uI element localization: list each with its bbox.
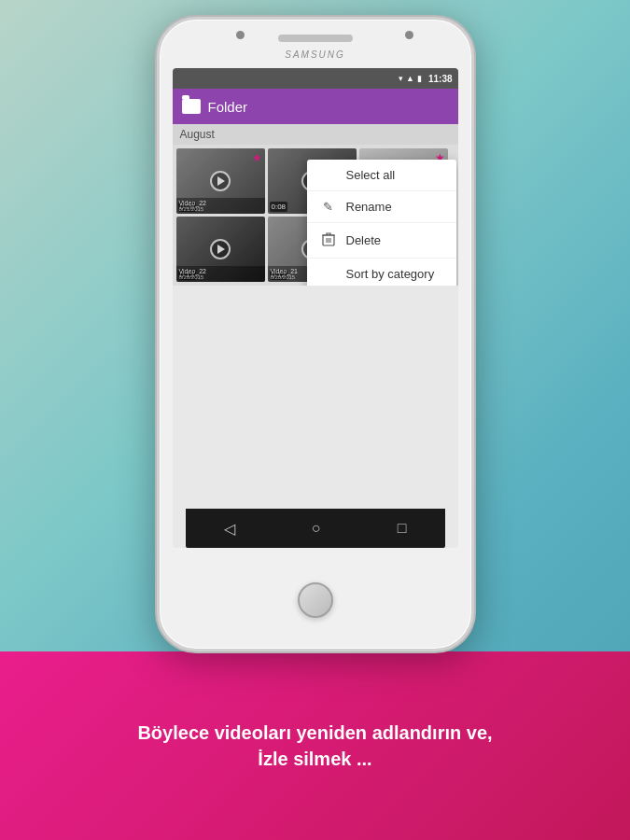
home-button-nav[interactable]: ○ — [312, 520, 321, 537]
menu-label-sort-category: Sort by category — [346, 267, 435, 281]
status-icons: ▾ ▲ ▮ — [399, 74, 422, 83]
phone-bottom — [160, 551, 471, 649]
signal-icon: ▲ — [406, 74, 414, 83]
status-bar: ▾ ▲ ▮ 11:38 — [173, 68, 458, 89]
folder-icon — [182, 99, 201, 114]
home-button-physical[interactable] — [298, 582, 333, 618]
menu-label-select-all: Select all — [346, 168, 396, 182]
menu-item-select-all[interactable]: Select all — [307, 160, 456, 191]
menu-item-delete[interactable]: Delete — [307, 223, 456, 259]
phone-shell: SAMSUNG ▾ ▲ ▮ 11:38 Folder August — [157, 17, 474, 651]
dropdown-overlay[interactable]: Select all ✎ Rename — [173, 124, 458, 286]
status-time: 11:38 — [428, 74, 453, 84]
trash-icon — [320, 231, 337, 249]
back-button[interactable]: ◁ — [224, 520, 235, 538]
battery-icon: ▮ — [417, 74, 422, 83]
content-area: August ★ 0:09 Video_22 8/21/2015 0:08 — [173, 124, 458, 286]
app-bar: Folder — [173, 89, 458, 124]
app-title: Folder — [208, 99, 449, 115]
rename-icon: ✎ — [320, 200, 337, 214]
banner-line1: Böylece videoları yeniden adlandırın ve, — [137, 722, 492, 743]
phone-screen: ▾ ▲ ▮ 11:38 Folder August ★ 0:09 — [173, 68, 458, 548]
phone-top: SAMSUNG — [160, 20, 471, 68]
banner-text: Böylece videoları yeniden adlandırın ve,… — [137, 720, 492, 772]
menu-label-delete: Delete — [346, 233, 382, 247]
phone-nav-bar: ◁ ○ □ — [186, 509, 445, 548]
menu-label-rename: Rename — [346, 200, 392, 214]
menu-item-sort-category[interactable]: Sort by category — [307, 259, 456, 286]
samsung-logo: SAMSUNG — [285, 49, 345, 60]
phone-camera-right — [405, 31, 413, 39]
phone-camera-left — [236, 31, 245, 39]
banner-line2: İzle silmek ... — [258, 749, 371, 769]
menu-item-rename[interactable]: ✎ Rename — [307, 191, 456, 223]
bottom-banner: Böylece videoları yeniden adlandırın ve,… — [0, 651, 630, 840]
wifi-icon: ▾ — [399, 74, 403, 83]
dropdown-menu: Select all ✎ Rename — [307, 160, 456, 286]
phone-speaker — [278, 35, 353, 42]
recent-button[interactable]: □ — [398, 520, 407, 537]
